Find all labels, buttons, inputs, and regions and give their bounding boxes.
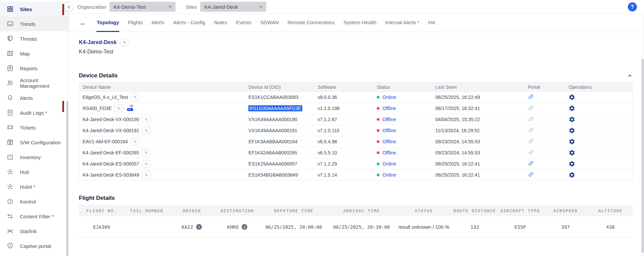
sidebar-item-starlink[interactable]: Starlink	[0, 224, 69, 239]
sidebar-item-audit-logs[interactable]: Audit Logs *	[0, 105, 69, 120]
portal-link-icon[interactable]	[528, 94, 534, 101]
gear-icon[interactable]	[569, 138, 575, 145]
software-version-cell: v6.5.4.98	[314, 139, 373, 144]
sites-select[interactable]: K4-Jared-Desk	[200, 2, 266, 12]
site-name-edit-button[interactable]: ✎	[120, 39, 129, 46]
back-arrow-icon[interactable]: ←	[80, 19, 87, 26]
portal-link-icon[interactable]	[528, 171, 534, 179]
tab-notes[interactable]: Notes	[214, 14, 227, 32]
tab-alerts-config[interactable]: Alerts - Config	[173, 14, 206, 32]
hub-icon	[6, 183, 14, 191]
tab-topology[interactable]: Topology	[96, 14, 119, 32]
software-version-cell: v7.1.2.29	[314, 161, 373, 167]
device-name-edit-button[interactable]: ✎	[142, 116, 151, 123]
device-name-edit-button[interactable]: ✎	[114, 105, 123, 112]
organization-select[interactable]: K4-Demo-Test	[110, 2, 176, 12]
device-name-edit-button[interactable]: ✎	[142, 160, 151, 168]
device-id-cell: VX1K49AAAAA000191	[245, 128, 314, 133]
portal-link-icon[interactable]	[528, 160, 534, 168]
tabs-bar: ← TopologyFlightsAlertsAlerts - ConfigNo…	[69, 14, 644, 32]
device-table-row: RS400_FD3E✎RS1G00AAAAAA5FD3Ev1.1.0.198Of…	[79, 103, 632, 114]
sidebar-item-hub4[interactable]: Hub4 *	[0, 179, 69, 194]
airspeed-cell-value: 397	[561, 224, 570, 230]
sidebar-item-alerts[interactable]: Alerts	[0, 90, 69, 105]
operations-cell	[565, 149, 632, 156]
device-name-edit-button[interactable]: ✎	[142, 149, 151, 156]
status-cell: Online	[373, 161, 432, 167]
gear-icon[interactable]	[569, 160, 575, 167]
sidebar-item-content-filter[interactable]: Content Filter *	[0, 209, 69, 224]
document-icon	[6, 109, 14, 117]
tab-events[interactable]: Events	[236, 14, 252, 32]
sidebar-item-captive-portal[interactable]: Captive portal	[0, 239, 69, 253]
sidebar-item-account-management[interactable]: Account Management	[0, 76, 69, 90]
status-link[interactable]: Online	[382, 172, 396, 178]
gear-icon[interactable]	[569, 127, 575, 134]
gear-icon[interactable]	[569, 172, 575, 178]
flight-column-header-airspeed: AIRSPEED	[543, 208, 588, 213]
device-name-edit-button[interactable]: ✎	[131, 94, 140, 101]
page-scrollbar[interactable]	[641, 14, 644, 256]
origin-cell: KAIZi	[169, 224, 215, 230]
sidebar-item-trends[interactable]: Trends	[0, 16, 69, 31]
tab-ha[interactable]: HA	[428, 14, 436, 32]
gear-icon[interactable]	[569, 149, 575, 156]
tab-flights[interactable]: Flights	[127, 14, 143, 32]
collapse-section-button[interactable]	[627, 73, 633, 78]
operations-cell	[565, 94, 632, 101]
device-name-cell: RS400_FD3E✎	[79, 104, 245, 113]
departure-time-cell: 06/25/2025, 20:00:00	[260, 224, 327, 230]
window-gear-icon	[6, 138, 14, 146]
box-icon	[6, 153, 14, 161]
sidebar-item-inventory[interactable]: Inventory	[0, 150, 69, 164]
tab-system-health[interactable]: System Health	[343, 14, 377, 32]
device-id: VX1K49AAAAA000191	[248, 128, 297, 133]
status-link[interactable]: Offline	[382, 117, 396, 122]
sidebar-item-reports[interactable]: Reports	[0, 61, 69, 76]
help-icon[interactable]: ?	[628, 2, 637, 11]
portal-cell	[524, 160, 565, 168]
sidebar-item-sites[interactable]: Sites	[0, 2, 69, 16]
sidebar-collapse-button[interactable]	[64, 2, 73, 11]
last-seen-cell: 06/25/2025, 16:22:49	[432, 95, 524, 100]
sidebar-item-label: Tickets	[20, 125, 36, 131]
router-icon	[126, 104, 134, 113]
sidebar-item-hub[interactable]: Hub	[0, 164, 69, 179]
gear-icon[interactable]	[569, 105, 575, 112]
tab-internal-alerts[interactable]: Internal Alerts *	[385, 14, 420, 32]
sidebar-item-label: Alerts	[20, 95, 33, 101]
flight-column-header-arrival-time: ARRIVAL TIME	[328, 208, 396, 213]
site-name-link[interactable]: K4-Jared-Desk	[79, 39, 117, 45]
status-link[interactable]: Offline	[382, 139, 396, 144]
tab-remote-connections[interactable]: Remote Connections	[287, 14, 335, 32]
sidebar-item-kontrol[interactable]: Kontrol	[0, 194, 69, 209]
info-icon[interactable]: i	[196, 224, 202, 230]
page-scrollbar-thumb[interactable]	[642, 59, 644, 253]
status-link[interactable]: Online	[382, 95, 396, 100]
portal-cell	[524, 171, 565, 179]
status-link[interactable]: Offline	[382, 128, 396, 133]
sidebar-item-tickets[interactable]: Tickets	[0, 120, 69, 135]
status-link[interactable]: Online	[382, 161, 396, 167]
device-name-edit-button[interactable]: ✎	[142, 127, 151, 134]
flight-table-row: EJA309KAIZiKHROi06/25/2025, 20:00:0006/2…	[79, 216, 633, 238]
sidebar-scrollbar[interactable]	[66, 101, 68, 256]
sidebar-item-s-w-configuration[interactable]: S/W Configuration	[0, 135, 69, 150]
tab-alerts[interactable]: Alerts	[151, 14, 165, 32]
status-link[interactable]: Offline	[382, 106, 396, 111]
tab-sdwan[interactable]: SDWAN	[260, 14, 279, 32]
device-name-edit-button[interactable]: ✎	[142, 171, 151, 179]
sidebar-item-threats[interactable]: Threats	[0, 31, 69, 46]
map-icon	[6, 49, 14, 58]
info-icon[interactable]: i	[242, 224, 247, 230]
chevron-left-icon	[67, 5, 71, 9]
users-icon	[6, 79, 14, 87]
device-name-cell: K4-Jared-Desk-ES-003849✎	[79, 171, 245, 179]
route-distance-cell: 132	[452, 224, 497, 230]
sidebar-item-map[interactable]: Map	[0, 46, 69, 61]
status-link[interactable]: Offline	[382, 150, 396, 155]
offline-dot-icon	[377, 140, 379, 143]
gear-icon[interactable]	[569, 94, 575, 101]
device-name-edit-button[interactable]: ✎	[130, 138, 140, 145]
gear-icon[interactable]	[569, 116, 575, 123]
